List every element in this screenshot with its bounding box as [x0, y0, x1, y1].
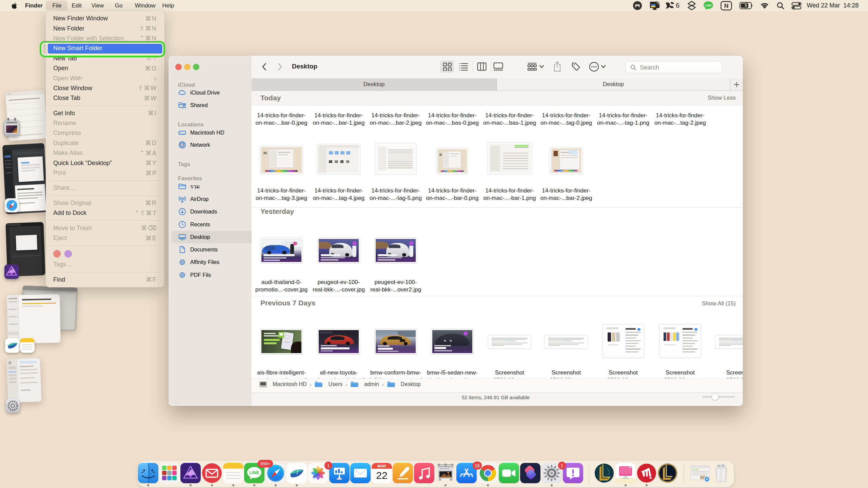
svg-text:22: 22: [376, 470, 387, 481]
svg-text:LINE: LINE: [705, 4, 712, 7]
svg-text:MAR: MAR: [377, 464, 386, 468]
svg-text:LINE: LINE: [249, 470, 259, 475]
